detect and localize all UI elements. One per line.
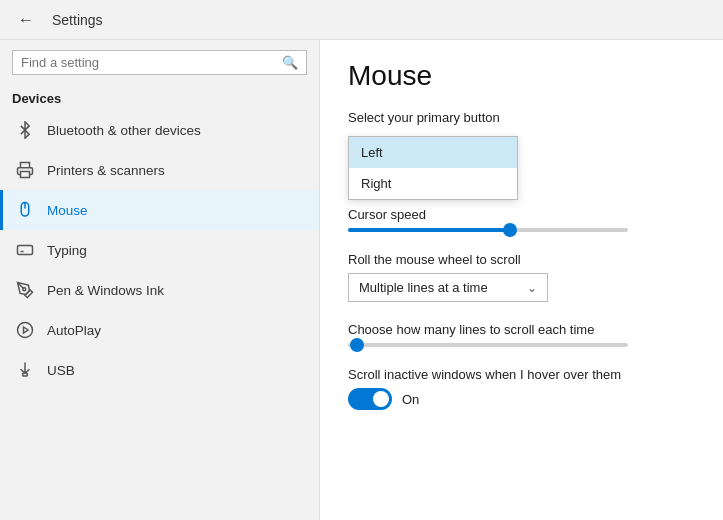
- primary-button-section: Select your primary button Left Right: [348, 110, 695, 147]
- lines-label: Choose how many lines to scroll each tim…: [348, 322, 695, 337]
- printer-icon: [15, 160, 35, 180]
- svg-rect-3: [18, 246, 33, 255]
- cursor-speed-track[interactable]: [348, 228, 628, 232]
- bluetooth-icon: [15, 120, 35, 140]
- lines-slider-track[interactable]: [348, 343, 628, 347]
- pen-icon: [15, 280, 35, 300]
- settings-title: Settings: [52, 12, 103, 28]
- roll-selected-value: Multiple lines at a time: [359, 280, 488, 295]
- typing-label: Typing: [47, 243, 87, 258]
- svg-marker-13: [24, 327, 29, 333]
- dropdown-options: Left Right: [348, 136, 518, 200]
- usb-label: USB: [47, 363, 75, 378]
- chevron-down-icon: ⌄: [527, 281, 537, 295]
- sidebar-item-usb[interactable]: USB: [0, 350, 319, 390]
- primary-button-label: Select your primary button: [348, 110, 695, 125]
- mouse-icon: [15, 200, 35, 220]
- option-right[interactable]: Right: [349, 168, 517, 199]
- cursor-speed-label: Cursor speed: [348, 207, 695, 222]
- toggle-label: On: [402, 392, 419, 407]
- cursor-speed-slider-row: [348, 228, 695, 232]
- cursor-speed-fill: [348, 228, 510, 232]
- scroll-inactive-toggle[interactable]: [348, 388, 392, 410]
- scroll-inactive-section: Scroll inactive windows when I hover ove…: [348, 367, 695, 410]
- usb-icon: [15, 360, 35, 380]
- cursor-speed-thumb[interactable]: [503, 223, 517, 237]
- devices-section-label: Devices: [0, 85, 319, 110]
- search-icon: 🔍: [282, 55, 298, 70]
- lines-section: Choose how many lines to scroll each tim…: [348, 322, 695, 347]
- content-area: Mouse Select your primary button Left Ri…: [320, 40, 723, 520]
- main-layout: 🔍 Devices Bluetooth & other devices Prin…: [0, 40, 723, 520]
- sidebar-item-mouse[interactable]: Mouse: [0, 190, 319, 230]
- search-box[interactable]: 🔍: [12, 50, 307, 75]
- svg-rect-14: [23, 373, 28, 376]
- search-input[interactable]: [21, 55, 282, 70]
- bluetooth-label: Bluetooth & other devices: [47, 123, 201, 138]
- search-box-container: 🔍: [0, 40, 319, 85]
- roll-section: Roll the mouse wheel to scroll Multiple …: [348, 252, 695, 302]
- printers-label: Printers & scanners: [47, 163, 165, 178]
- autoplay-icon: [15, 320, 35, 340]
- back-button[interactable]: ←: [12, 9, 40, 31]
- roll-label: Roll the mouse wheel to scroll: [348, 252, 695, 267]
- sidebar: 🔍 Devices Bluetooth & other devices Prin…: [0, 40, 320, 520]
- lines-slider-thumb[interactable]: [350, 338, 364, 352]
- roll-select-box[interactable]: Multiple lines at a time ⌄: [348, 273, 548, 302]
- page-title: Mouse: [348, 60, 695, 92]
- svg-point-12: [18, 323, 33, 338]
- toggle-knob: [373, 391, 389, 407]
- sidebar-item-printers[interactable]: Printers & scanners: [0, 150, 319, 190]
- cursor-speed-section: Cursor speed: [348, 207, 695, 232]
- scroll-inactive-label: Scroll inactive windows when I hover ove…: [348, 367, 695, 382]
- svg-rect-0: [21, 172, 30, 178]
- toggle-row: On: [348, 388, 695, 410]
- sidebar-item-bluetooth[interactable]: Bluetooth & other devices: [0, 110, 319, 150]
- mouse-label: Mouse: [47, 203, 88, 218]
- option-left[interactable]: Left: [349, 137, 517, 168]
- sidebar-item-pen[interactable]: Pen & Windows Ink: [0, 270, 319, 310]
- keyboard-icon: [15, 240, 35, 260]
- svg-point-11: [23, 288, 26, 291]
- sidebar-item-typing[interactable]: Typing: [0, 230, 319, 270]
- pen-label: Pen & Windows Ink: [47, 283, 164, 298]
- title-bar: ← Settings: [0, 0, 723, 40]
- sidebar-item-autoplay[interactable]: AutoPlay: [0, 310, 319, 350]
- autoplay-label: AutoPlay: [47, 323, 101, 338]
